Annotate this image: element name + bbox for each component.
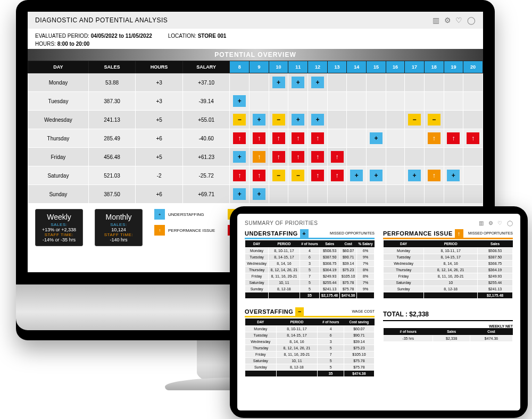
status-cell[interactable]: ↑: [428, 132, 440, 144]
status-cell[interactable]: +: [370, 132, 383, 144]
status-cell[interactable]: +: [311, 77, 324, 88]
user-icon[interactable]: ◯: [507, 220, 513, 226]
net-table: # of hoursSalesCost-35 hrs$2,338$474.36: [383, 328, 513, 342]
gear-icon[interactable]: ⚙: [488, 220, 494, 226]
status-cell[interactable]: +: [350, 170, 363, 181]
evaluated-label: EVALUATED PERIOD:: [35, 33, 89, 39]
status-cell[interactable]: −: [233, 114, 246, 125]
status-cell[interactable]: ↑: [233, 132, 246, 144]
table-row: Monday8, 10-11, 174$508.53$60.076%: [245, 248, 375, 254]
table-row: Wednesday8, 14, 16$368.75: [384, 261, 513, 267]
hours-label: HOURS:: [35, 41, 56, 47]
summary-title: SUMMARY OF PRIORITIES: [245, 220, 318, 226]
table-row: Tuesday387.30+3-39.14+: [28, 92, 483, 111]
weekly-staff-label: STAFF TIME:: [41, 232, 77, 237]
table-row: Thursday285.49+6-40.60↑↑↑↑↑+↑↑↑: [28, 129, 483, 148]
status-cell[interactable]: ↑: [253, 170, 265, 181]
status-cell[interactable]: ↑: [331, 151, 344, 163]
table-row: Monday53.88+3+37.10+++: [28, 73, 483, 92]
weekly-sales-value: +13% or +2,338: [41, 227, 77, 232]
status-cell[interactable]: ↑: [467, 132, 479, 144]
monthly-sales-label: SALES:: [101, 222, 137, 227]
status-cell[interactable]: −: [292, 170, 304, 181]
monthly-staff-label: STAFF TIME:: [101, 232, 137, 237]
status-cell[interactable]: ↑: [272, 151, 285, 163]
chart-icon[interactable]: ▥: [479, 220, 484, 226]
status-cell[interactable]: ↑: [331, 170, 344, 181]
status-cell[interactable]: +: [272, 77, 285, 88]
status-cell[interactable]: +: [311, 114, 324, 125]
tablet-screen: SUMMARY OF PRIORITIES ▥ ⚙ ♡ ◯ UNDERSTAFF…: [237, 214, 520, 410]
meta-bar-2: HOURS: 8:00 to 20:00: [28, 41, 483, 49]
gear-icon[interactable]: ⚙: [444, 16, 452, 24]
table-row: Wednesday241.13+5+55.01−+−++−−: [28, 111, 483, 129]
status-cell[interactable]: +: [233, 95, 246, 107]
status-cell[interactable]: +: [370, 170, 383, 181]
monthly-staff-value: -140 hrs: [101, 237, 137, 242]
status-cell[interactable]: ↑: [233, 170, 246, 181]
status-cell[interactable]: ↑: [311, 151, 324, 163]
missed-label: MISSED OPPORTUNITES: [330, 231, 375, 235]
header-toolbar: ▥ ⚙ ♡ ◯: [433, 16, 476, 24]
tablet-frame: SUMMARY OF PRIORITIES ▥ ⚙ ♡ ◯ UNDERSTAFF…: [230, 206, 528, 418]
wage-label: WAGE COST: [352, 309, 375, 313]
heart-icon[interactable]: ♡: [497, 220, 503, 226]
user-icon[interactable]: ◯: [467, 16, 476, 24]
total-value: $2,338: [409, 311, 429, 318]
table-row: Sunday387.50+6+69.71++: [28, 185, 483, 204]
under-title: UNDERSTAFFING: [245, 230, 298, 237]
table-row: Wednesday8, 14, 163$368.75$39.147%: [245, 261, 375, 267]
minus-icon: −: [295, 307, 304, 316]
table-row: Sunday8, 12-18$241.13: [384, 286, 513, 292]
status-cell[interactable]: +: [253, 188, 265, 200]
status-cell[interactable]: −: [272, 114, 285, 125]
understaffing-section: UNDERSTAFFING+ MISSED OPPORTUNITES DAYPE…: [245, 229, 375, 299]
monthly-sales-value: 10,124: [101, 227, 137, 232]
status-cell[interactable]: ↑: [311, 170, 324, 181]
table-row: Thursday8, 12, 14, 26, 21$364.19: [384, 267, 513, 273]
status-cell[interactable]: +: [292, 77, 304, 88]
status-cell[interactable]: +: [253, 114, 265, 125]
status-cell[interactable]: +: [408, 170, 421, 181]
status-cell[interactable]: ↑: [253, 132, 265, 144]
status-cell[interactable]: ↑: [292, 151, 304, 163]
table-row: Thursday8, 12, 14, 26, 215$364.19$75.238…: [245, 267, 375, 273]
understaffing-table: DAYPERIOD# of hoursSalesCost% SalaryMond…: [245, 240, 375, 299]
weekly-staff-value: -14% or -35 hrs: [41, 237, 77, 242]
status-cell[interactable]: ↑: [428, 170, 440, 181]
status-cell[interactable]: +: [447, 170, 460, 181]
status-cell[interactable]: ↑: [292, 132, 304, 144]
status-cell[interactable]: ↑: [253, 151, 265, 163]
table-row: Saturday521.03-2-25.72↑↑−−↑↑+++↑+: [28, 166, 483, 185]
overstaffing-section: OVERSTAFFING− WAGE COST DAYPERIOD# of ho…: [245, 307, 375, 377]
table-row: Friday8, 11, 16, 20-217$249.93$105.108%: [245, 273, 375, 280]
status-cell[interactable]: ↑: [272, 132, 285, 144]
location-label: LOCATION:: [168, 33, 196, 39]
table-row: Saturday10, 115$255.44$75.787%: [245, 280, 375, 286]
heart-icon[interactable]: ♡: [455, 16, 463, 24]
table-row: Monday8, 10-11, 174$60.07: [245, 326, 375, 332]
table-row: Friday456.48+5+61.23+↑↑↑↑↑: [28, 148, 483, 166]
total-section: TOTAL : $2,338 WEEKLY NET # of hoursSale…: [383, 307, 513, 377]
status-cell[interactable]: −: [272, 170, 285, 181]
status-cell[interactable]: +: [292, 114, 304, 125]
missed-label-2: MISSED OPPORTUNITES: [468, 231, 513, 235]
chart-icon[interactable]: ▥: [433, 16, 440, 24]
location-value: STORE 001: [198, 33, 227, 39]
status-cell[interactable]: −: [408, 114, 421, 125]
performance-icon: ↑: [154, 225, 165, 236]
weekly-card: Weekly SALES: +13% or +2,338 STAFF TIME:…: [35, 209, 83, 246]
table-row: Tuesday8, 14-15, 176$90.71: [245, 332, 375, 339]
evaluated-value: 04/05/2022 to 11/05/2022: [91, 33, 152, 39]
status-cell[interactable]: ↑: [447, 132, 460, 144]
performance-table: DAYPERIODSalesMonday8, 10-11, 17$508.53T…: [383, 240, 513, 299]
status-cell[interactable]: +: [233, 151, 246, 163]
status-cell[interactable]: ↑: [311, 132, 324, 144]
arrow-up-icon: ↑: [455, 229, 463, 238]
table-row: Saturday10, 115$75.78: [245, 358, 375, 364]
over-title: OVERSTAFFING: [245, 308, 293, 315]
status-cell[interactable]: +: [233, 188, 246, 200]
table-row: Monday8, 10-11, 17$508.53: [384, 248, 513, 254]
table-row: Thursday8, 12, 14, 26, 215$75.23: [245, 345, 375, 351]
status-cell[interactable]: −: [428, 114, 440, 125]
